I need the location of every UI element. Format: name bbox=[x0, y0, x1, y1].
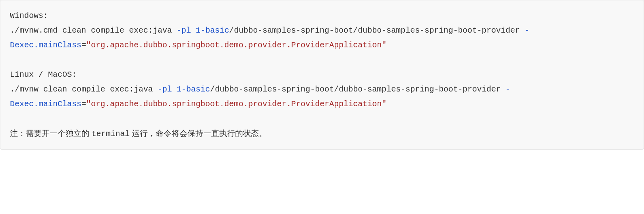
pl-flag-2: -pl bbox=[158, 85, 172, 94]
note-terminal: terminal bbox=[92, 129, 130, 138]
note-line: 注：需要开一个独立的 terminal 运行，命令将会保持一直执行的状态。 bbox=[10, 129, 267, 138]
main-class-1: "org.apache.dubbo.springboot.demo.provid… bbox=[86, 41, 386, 50]
one-2: 1 bbox=[177, 85, 181, 94]
one-1: 1 bbox=[196, 26, 201, 35]
linux-cmd-prefix: ./mvnw clean compile exec:java bbox=[10, 85, 158, 94]
dexec-1: Dexec.mainClass bbox=[10, 41, 81, 50]
dexec-2: Dexec.mainClass bbox=[10, 99, 81, 109]
basic-2: -basic bbox=[181, 85, 210, 94]
dash-2: - bbox=[505, 85, 510, 94]
note-p2: 运行，命令将会保持一直执行的状态。 bbox=[130, 129, 267, 138]
path-2: /dubbo-samples-spring-boot/dubbo-samples… bbox=[210, 85, 505, 94]
win-cmd-prefix: ./mvnw.cmd clean compile exec:java bbox=[10, 26, 177, 35]
windows-label: Windows: bbox=[10, 11, 48, 20]
path-1: /dubbo-samples-spring-boot/dubbo-samples… bbox=[229, 26, 524, 35]
dash-1: - bbox=[524, 26, 529, 35]
basic-1: -basic bbox=[201, 26, 229, 35]
code-block: Windows: ./mvnw.cmd clean compile exec:j… bbox=[0, 0, 644, 150]
linux-label: Linux / MacOS: bbox=[10, 70, 77, 79]
eq-2: = bbox=[81, 99, 86, 109]
eq-1: = bbox=[81, 41, 86, 50]
note-p1: 注：需要开一个独立的 bbox=[10, 129, 92, 138]
main-class-2: "org.apache.dubbo.springboot.demo.provid… bbox=[86, 99, 386, 109]
pl-flag-1: -pl bbox=[177, 26, 191, 35]
space-1 bbox=[191, 26, 196, 35]
space-2 bbox=[172, 85, 177, 94]
